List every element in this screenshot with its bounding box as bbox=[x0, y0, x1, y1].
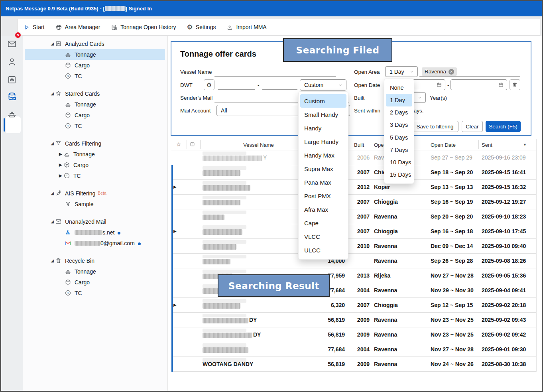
tree-item-label: Cargo bbox=[75, 112, 90, 118]
dropdown-option[interactable]: Custom bbox=[300, 94, 346, 108]
dwt-min-input[interactable] bbox=[218, 79, 255, 90]
dropdown-option[interactable]: Small Handy bbox=[299, 108, 348, 121]
tree-item-tc[interactable]: TCTC bbox=[23, 120, 167, 131]
built-column-header[interactable]: Built bbox=[354, 142, 364, 148]
size-preset-combobox[interactable]: Custom bbox=[300, 79, 346, 91]
expanded-arrow-icon[interactable]: ◢ bbox=[49, 41, 55, 46]
sent-column-header[interactable]: Sent bbox=[482, 142, 492, 148]
dropdown-option[interactable]: Handy Max bbox=[299, 148, 348, 162]
tree-item-cargo[interactable]: Cargo bbox=[23, 60, 167, 71]
dropdown-option[interactable]: 2 Days bbox=[384, 106, 414, 119]
dropdown-option[interactable]: None bbox=[384, 81, 414, 94]
dropdown-option[interactable]: 7 Days bbox=[384, 144, 414, 156]
remove-tag-icon[interactable]: ✕ bbox=[449, 69, 454, 75]
tree-group-recycle-bin[interactable]: ◢Recycle Bin bbox=[23, 255, 167, 266]
rail-item-contacts[interactable] bbox=[1, 54, 23, 70]
dropdown-option[interactable]: VLCC bbox=[299, 230, 348, 243]
dropdown-option[interactable]: Cape bbox=[299, 216, 348, 230]
table-row[interactable]: ▶6,3202007ChioggiaSep 12 ~ Sep 152025-09… bbox=[171, 298, 536, 313]
dropdown-option[interactable]: Handy bbox=[299, 121, 348, 135]
collapsed-arrow-icon[interactable]: ▶ bbox=[58, 173, 63, 178]
dropdown-option[interactable]: Post PMX bbox=[299, 189, 348, 203]
dwt-max-input[interactable] bbox=[262, 79, 297, 90]
expanded-arrow-icon[interactable]: ◢ bbox=[49, 141, 55, 146]
expanded-arrow-icon[interactable]: ◢ bbox=[49, 191, 55, 195]
sent-cell: 2025-09-12 19:27 bbox=[482, 199, 526, 205]
expanded-arrow-icon[interactable]: ◢ bbox=[49, 219, 55, 224]
open-area-days-combobox[interactable]: 1 Day bbox=[385, 66, 418, 77]
tree-item-mail-account[interactable]: s.net bbox=[23, 227, 167, 238]
tree-item-cargo[interactable]: ▶Cargo bbox=[23, 160, 167, 170]
clear-button[interactable]: Clear bbox=[462, 121, 483, 132]
dropdown-option[interactable]: Supra Max bbox=[299, 162, 348, 175]
tree-item-sample[interactable]: Sample bbox=[23, 199, 167, 209]
tree-group-cards-filtering[interactable]: ◢Cards Filtering bbox=[23, 138, 167, 149]
expand-row-icon[interactable]: ▶ bbox=[173, 303, 177, 307]
toolbar-item-start[interactable]: Start bbox=[23, 24, 45, 31]
tree-item-tc[interactable]: TCTC bbox=[23, 71, 167, 81]
table-row[interactable]: 2007ChioggiaSep 16 ~ Sep 192025-09-12 19… bbox=[171, 195, 536, 209]
dropdown-option[interactable]: Pana Max bbox=[299, 175, 348, 189]
table-row[interactable]: 2007RavennaSep 20 ~ Sep 202025-09-10 18:… bbox=[171, 209, 536, 224]
rail-item-analyzed-cards[interactable] bbox=[1, 72, 23, 88]
dwt-settings-button[interactable]: ⚙ bbox=[204, 79, 214, 90]
open-date-cell: Nov 27 ~ Nov 28 bbox=[431, 346, 474, 353]
dropdown-option[interactable]: 5 Days bbox=[384, 131, 414, 144]
rail-item-ship[interactable] bbox=[1, 106, 23, 122]
tree-item-tonnage[interactable]: Tonnage bbox=[23, 49, 167, 60]
table-row[interactable]: ▶2007ChioggiaSep 16 ~ Sep 182025-09-10 1… bbox=[171, 224, 536, 239]
table-row[interactable]: DY56,8192009RavennaNov 23 ~ Nov 252025-0… bbox=[171, 327, 536, 342]
clear-dates-button[interactable] bbox=[510, 79, 520, 90]
open-date-column-header[interactable]: Open Date bbox=[431, 142, 456, 148]
tree-group-analyzed-cards[interactable]: ◢Analyzed Cards bbox=[23, 38, 167, 49]
open-date-cell: Nov 27 ~ Nov 28 bbox=[431, 272, 474, 279]
tree-item-tonnage[interactable]: Tonnage bbox=[23, 99, 167, 110]
table-row[interactable]: Y2006RavennaSep 27 ~ Sep 292025-09-16 23… bbox=[171, 150, 536, 165]
tree-item-cargo[interactable]: Cargo bbox=[23, 110, 167, 120]
toolbar-item-settings[interactable]: ⚙Settings bbox=[187, 24, 216, 31]
search-button[interactable]: Search (F5) bbox=[486, 121, 521, 132]
star-column-header[interactable]: ☆ bbox=[176, 141, 181, 148]
toolbar-item-tonnage-open-history[interactable]: Tonnage Open History bbox=[111, 24, 176, 31]
tree-item-tc[interactable]: TCTC bbox=[23, 288, 167, 298]
table-row[interactable]: WOOTANG DANDY56,8192009RavennaNov 24 ~ N… bbox=[171, 357, 536, 372]
tree-item-mail-account[interactable]: 0@gmail.com bbox=[23, 238, 167, 248]
dropdown-option[interactable]: 15 Days bbox=[384, 169, 414, 181]
table-row[interactable]: 14,000RavennaSep 26 ~ Sep 282025-09-08 1… bbox=[171, 254, 536, 268]
save-to-filtering-button[interactable]: Save to filtering bbox=[411, 121, 458, 132]
expanded-arrow-icon[interactable]: ◢ bbox=[49, 258, 55, 263]
analyzed-column-header[interactable] bbox=[189, 141, 195, 147]
expand-row-icon[interactable]: ▶ bbox=[173, 185, 177, 189]
table-row[interactable]: 2010RavennaDec 09 ~ Dec 142025-09-10 09:… bbox=[171, 239, 536, 254]
collapsed-arrow-icon[interactable]: ▶ bbox=[58, 162, 63, 167]
open-area-cell: Ravenna bbox=[374, 331, 397, 338]
dropdown-option[interactable]: 3 Days bbox=[384, 119, 414, 131]
rail-item-card-database[interactable] bbox=[1, 89, 23, 104]
table-row[interactable]: 2007ChioggiaSep 18 ~ Sep 202025-09-15 16… bbox=[171, 165, 536, 180]
tree-group-ais-filtering[interactable]: ◢AIS FilteringBeta bbox=[23, 188, 167, 199]
expand-row-icon[interactable]: ▶ bbox=[173, 229, 177, 233]
expanded-arrow-icon[interactable]: ◢ bbox=[49, 91, 55, 96]
dropdown-option[interactable]: Afra Max bbox=[299, 203, 348, 216]
redacted-detail-line bbox=[203, 343, 246, 347]
toolbar-item-import-mma[interactable]: Import MMA bbox=[226, 24, 266, 31]
table-row[interactable]: ▶2012KoperSep 13 ~ Sep 132025-09-15 16:3… bbox=[171, 180, 536, 195]
open-date-to-input[interactable] bbox=[451, 79, 507, 90]
dropdown-option[interactable]: 10 Days bbox=[384, 156, 414, 169]
open-area-tag[interactable]: Ravenna ✕ bbox=[422, 67, 457, 76]
dropdown-option[interactable]: ULCC bbox=[299, 243, 348, 257]
dropdown-option[interactable]: 1 Day bbox=[386, 94, 412, 106]
tree-item-cargo[interactable]: Cargo bbox=[23, 277, 167, 288]
table-row[interactable]: 77,6842004RavennaNov 27 ~ Nov 282025-09-… bbox=[171, 342, 536, 357]
tree-group-starred-cards[interactable]: ◢Starred Cards bbox=[23, 88, 167, 99]
vessel-name-input[interactable] bbox=[214, 66, 336, 77]
tree-item-tonnage[interactable]: Tonnage bbox=[23, 266, 167, 277]
toolbar-item-area-manager[interactable]: Area Manager bbox=[55, 24, 100, 31]
account-label: s.net bbox=[75, 229, 120, 236]
tree-item-tc[interactable]: ▶TCTC bbox=[23, 170, 167, 181]
tree-item-tonnage[interactable]: ▶Tonnage bbox=[23, 149, 167, 160]
dropdown-option[interactable]: Large Handy bbox=[299, 135, 348, 148]
tree-group-unanalyzed-mail[interactable]: ◢Unanalyzed Mail bbox=[23, 216, 167, 227]
table-row[interactable]: DY56,8192009RavennaNov 23 ~ Nov 252025-0… bbox=[171, 313, 536, 327]
collapsed-arrow-icon[interactable]: ▶ bbox=[58, 152, 63, 157]
